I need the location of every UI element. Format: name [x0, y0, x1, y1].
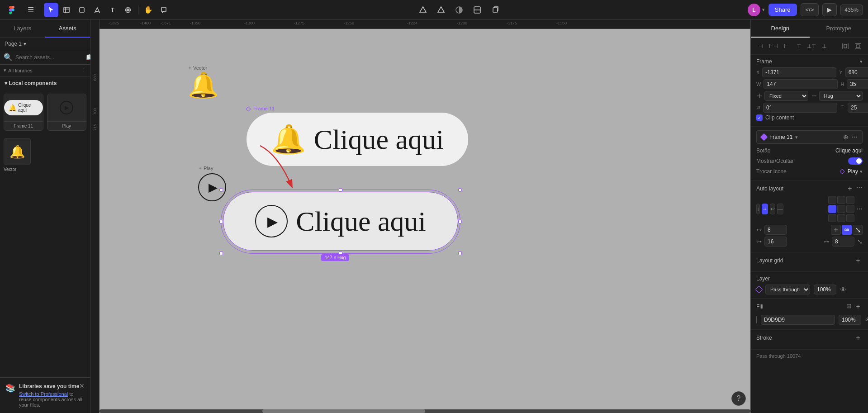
blend-mode-select[interactable]: Pass through Normal Multiply Screen: [765, 285, 810, 294]
vector-card[interactable]: 🔔: [4, 138, 31, 165]
fill-color-swatch[interactable]: [756, 316, 757, 323]
component-tool-button[interactable]: [121, 3, 135, 17]
zoom-level[interactable]: 435%: [840, 5, 863, 15]
collapse-arrow[interactable]: ▾: [5, 80, 9, 86]
canvas-area[interactable]: -1325 -1400 -1371 -1350 -1300 -1275 -125…: [90, 20, 750, 413]
handle-mr[interactable]: [458, 220, 462, 223]
component-card-frame11[interactable]: 🔔 Clique aqui Frame 11: [4, 94, 43, 131]
handle-tm[interactable]: [339, 188, 342, 192]
tab-prototype[interactable]: Prototype: [810, 20, 868, 38]
move-tool-button[interactable]: [44, 3, 58, 17]
component-more-button[interactable]: ⋯: [851, 133, 858, 141]
tab-assets[interactable]: Assets: [45, 20, 90, 38]
text-tool-button[interactable]: T: [105, 3, 120, 17]
auto-layout-add-button[interactable]: +: [845, 184, 854, 193]
frame-tool-button[interactable]: [59, 3, 74, 17]
h-input[interactable]: [847, 79, 868, 89]
align-bottom-button[interactable]: ⊥: [819, 41, 830, 52]
align-center-v-button[interactable]: ⊥⊤: [806, 41, 817, 52]
scrollbar-thumb[interactable]: [262, 409, 425, 413]
copy-tool-button[interactable]: [488, 3, 503, 17]
handle-ml[interactable]: [219, 220, 223, 223]
canvas-scrollbar[interactable]: [100, 409, 750, 413]
al-wrap-button[interactable]: ↩: [770, 204, 775, 214]
w-input[interactable]: [764, 79, 838, 89]
layer-visibility-button[interactable]: 👁: [840, 286, 846, 293]
align-bl[interactable]: [828, 214, 836, 222]
align-mc[interactable]: [837, 205, 845, 213]
constraint-y-select[interactable]: HugFixedScale: [819, 91, 863, 101]
align-mr[interactable]: [846, 205, 854, 213]
figma-logo[interactable]: [5, 4, 18, 16]
mostrar-toggle-button[interactable]: [848, 157, 863, 165]
page-selector[interactable]: Page 1 ▾: [0, 38, 90, 50]
fill-options-button[interactable]: ⊞: [846, 302, 852, 311]
comment-tool-button[interactable]: [157, 3, 171, 17]
layout-tool-button[interactable]: [470, 3, 484, 17]
fill-add-button[interactable]: +: [854, 302, 863, 311]
shape-tool-button[interactable]: [75, 3, 89, 17]
layout-grid-add-button[interactable]: +: [854, 256, 863, 265]
align-bc[interactable]: [837, 214, 845, 222]
tab-layers[interactable]: Layers: [0, 20, 45, 38]
play-button[interactable]: ▶: [822, 3, 837, 16]
x-input[interactable]: [762, 67, 836, 77]
y-input[interactable]: [845, 67, 868, 77]
distribute-v-button[interactable]: [853, 41, 863, 52]
align-br[interactable]: [846, 214, 854, 222]
handle-br[interactable]: [458, 252, 462, 255]
stroke-tool-button[interactable]: [434, 3, 448, 17]
align-top-button[interactable]: ⊤: [793, 41, 804, 52]
hand-tool-button[interactable]: ✋: [141, 3, 156, 17]
all-libraries-section[interactable]: ▾ All libraries ⋮: [0, 65, 90, 76]
libraries-menu-icon[interactable]: ⋮: [81, 67, 86, 73]
fill-opacity-input[interactable]: [839, 315, 861, 325]
align-right-button[interactable]: ⊢: [781, 41, 792, 52]
padding-expand[interactable]: ⤡: [857, 238, 863, 245]
rotation-input[interactable]: [763, 103, 837, 113]
help-button[interactable]: ?: [731, 391, 746, 406]
align-tr[interactable]: [846, 196, 854, 204]
corner-radius-input[interactable]: [848, 103, 868, 113]
opacity-input[interactable]: [814, 285, 836, 294]
fill-tool-button[interactable]: [416, 3, 430, 17]
al-extra-button[interactable]: ⋯: [856, 205, 863, 213]
pen-tool-button[interactable]: [90, 3, 104, 17]
edit-component-button[interactable]: ⊕: [843, 133, 849, 141]
align-center-h-button[interactable]: ⊢⊣: [768, 41, 779, 52]
share-button[interactable]: Share: [768, 4, 797, 16]
align-tc[interactable]: [837, 196, 845, 204]
padding-h-input[interactable]: [764, 237, 787, 247]
avatar[interactable]: L: [748, 4, 760, 16]
align-mode-2[interactable]: [842, 225, 852, 235]
padding-v-input[interactable]: [832, 237, 854, 247]
al-down-button[interactable]: ↓: [756, 204, 760, 214]
auto-layout-more-button[interactable]: ⋯: [856, 184, 863, 193]
align-tl[interactable]: [828, 196, 836, 204]
align-mode-3[interactable]: ⤡: [853, 225, 863, 235]
search-input[interactable]: [15, 54, 83, 61]
code-button[interactable]: </>: [801, 3, 819, 16]
close-panel-button[interactable]: ✕: [77, 381, 86, 390]
clip-content-checkbox[interactable]: ✓: [756, 114, 763, 121]
tab-design[interactable]: Design: [751, 20, 810, 38]
component-card-play[interactable]: ▶ Play: [47, 94, 87, 131]
fill-visibility-button[interactable]: 👁: [865, 316, 868, 323]
al-none-button[interactable]: —: [777, 204, 783, 214]
align-mode-1[interactable]: [831, 225, 841, 235]
constraint-x-select[interactable]: FixedScaleHug: [764, 91, 808, 101]
switch-professional-link[interactable]: Switch to Professional: [19, 391, 68, 397]
menu-button[interactable]: ☰: [24, 3, 38, 17]
contrast-tool-button[interactable]: [452, 3, 466, 17]
stroke-add-button[interactable]: +: [854, 333, 863, 342]
handle-tr[interactable]: [458, 188, 462, 192]
align-left-button[interactable]: ⊣: [755, 41, 766, 52]
button-1-bell[interactable]: 🔔 Clique aqui: [247, 113, 468, 166]
align-ml[interactable]: [828, 205, 836, 213]
fill-color-input[interactable]: [761, 315, 835, 325]
al-right-button[interactable]: →: [762, 204, 768, 214]
gap-input[interactable]: [764, 225, 787, 235]
button-2-play[interactable]: ▶ Clique aqui: [223, 192, 458, 251]
distribute-h-button[interactable]: [840, 41, 851, 52]
handle-bl[interactable]: [219, 252, 223, 255]
